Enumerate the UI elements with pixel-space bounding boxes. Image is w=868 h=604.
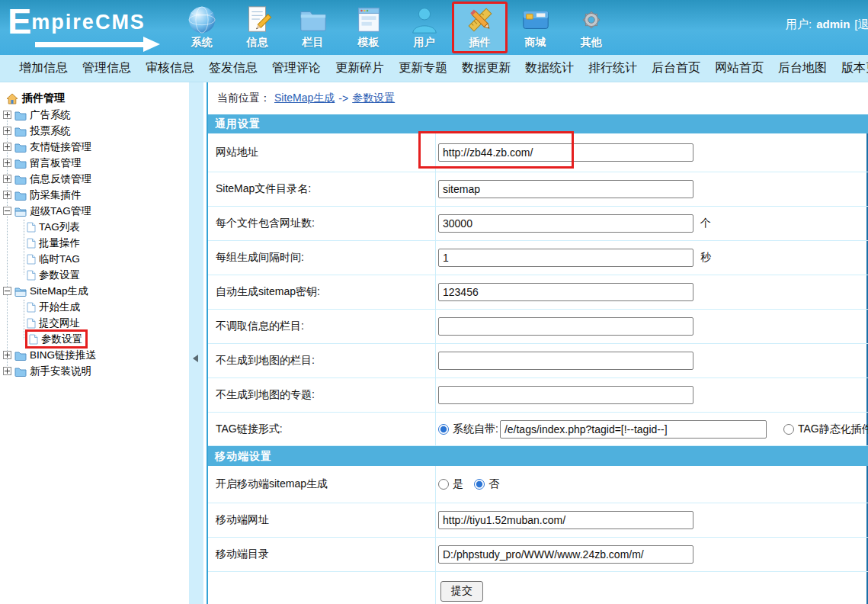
menu-item-template[interactable]: 模板 [341, 2, 396, 53]
mobile-yes-radio[interactable] [438, 479, 449, 490]
logo-arrow-head [143, 37, 160, 52]
tree-item-label: 投票系统 [30, 124, 71, 138]
tree-item-guestbook[interactable]: 留言板管理 [0, 155, 189, 171]
breadcrumb-link-params[interactable]: 参数设置 [352, 92, 395, 105]
menu-item-label: 其他 [581, 36, 602, 50]
tree-item-tag-list[interactable]: TAG列表 [0, 219, 189, 235]
menu-item-other[interactable]: 其他 [563, 2, 619, 53]
interval-input[interactable] [438, 249, 693, 267]
folder-icon [14, 174, 27, 185]
menu-item-info[interactable]: 信息 [229, 2, 285, 53]
nav-item-update-topics[interactable]: 更新专题 [399, 60, 447, 76]
urls-per-file-input[interactable] [438, 214, 693, 233]
mobile-no-radio[interactable] [474, 479, 485, 490]
tree-item-bing-push[interactable]: BING链接推送 [0, 347, 189, 363]
user-info: 用户:admin[退出] [786, 18, 868, 32]
nav-item-sign-info[interactable]: 签发信息 [209, 60, 258, 76]
secondary-nav: 增加信息 管理信息 审核信息 签发信息 管理评论 更新碎片 更新专题 数据更新 … [0, 55, 868, 82]
sidebar-splitter[interactable] [189, 82, 203, 604]
menu-item-label: 用户 [414, 36, 435, 50]
expand-icon[interactable] [3, 111, 11, 119]
tree-item-ads[interactable]: 广告系统 [0, 107, 189, 123]
menu-item-label: 信息 [247, 36, 268, 50]
username: admin [816, 18, 850, 31]
nav-item-data-stats[interactable]: 数据统计 [525, 60, 574, 76]
form-row-sitemap-dir: SiteMap文件目录名: [208, 172, 868, 207]
tree-item-sitemap[interactable]: SiteMap生成 [0, 283, 189, 299]
tree-item-anti-collect[interactable]: 防采集插件 [0, 187, 189, 203]
expand-icon[interactable] [3, 159, 11, 167]
file-icon [27, 238, 36, 249]
expand-icon[interactable] [3, 143, 11, 151]
file-icon [27, 270, 36, 281]
nav-item-ranking-stats[interactable]: 排行统计 [588, 60, 637, 76]
field-label: 自动生成sitemap密钥: [208, 275, 436, 309]
nav-item-update-data[interactable]: 数据更新 [462, 60, 511, 76]
nav-item-manage-comments[interactable]: 管理评论 [272, 60, 321, 76]
exclude-map-columns-input[interactable] [438, 352, 693, 370]
tree-item-super-tag[interactable]: 超级TAG管理 [0, 203, 189, 219]
folder-icon [298, 5, 328, 35]
secret-key-input[interactable] [438, 283, 693, 301]
nav-item-admin-map[interactable]: 后台地图 [778, 60, 827, 76]
nav-item-add-info[interactable]: 增加信息 [19, 60, 68, 76]
expand-icon[interactable] [3, 127, 11, 135]
field-label: 不调取信息的栏目: [208, 310, 436, 343]
unit-label: 个 [700, 217, 711, 230]
expand-icon[interactable] [3, 175, 11, 183]
tag-url-format-input[interactable] [500, 420, 767, 439]
logo-arrow [35, 42, 143, 47]
mobile-url-input[interactable] [438, 511, 693, 529]
nav-item-manage-info[interactable]: 管理信息 [82, 60, 131, 76]
menu-item-system[interactable]: 系统 [174, 2, 229, 53]
submit-button[interactable]: 提交 [440, 581, 483, 602]
tree-item-install-guide[interactable]: 新手安装说明 [0, 363, 189, 379]
nav-item-admin-home[interactable]: 后台首页 [652, 60, 700, 76]
nav-item-review-info[interactable]: 审核信息 [146, 60, 194, 76]
site-url-input[interactable] [438, 143, 693, 162]
tree-item-batch-ops[interactable]: 批量操作 [0, 235, 189, 251]
collapse-sidebar-icon[interactable] [193, 355, 198, 362]
tag-static-radio[interactable] [783, 424, 794, 435]
tree-item-friend-links[interactable]: 友情链接管理 [0, 139, 189, 155]
collapse-icon[interactable] [3, 207, 11, 215]
tree-item-temp-tag[interactable]: 临时TAG [0, 251, 189, 267]
nav-item-site-home[interactable]: 网站首页 [715, 60, 764, 76]
field-label [208, 572, 436, 604]
user-icon [409, 5, 440, 35]
mobile-dir-input[interactable] [438, 545, 693, 564]
tree-item-sitemap-params[interactable]: 参数设置 [0, 331, 189, 347]
logout-link[interactable]: [退出] [854, 18, 868, 31]
tree-item-vote[interactable]: 投票系统 [0, 123, 189, 139]
field-label: 每组生成间隔时间: [208, 241, 436, 275]
breadcrumb-link-sitemap[interactable]: SiteMap生成 [274, 92, 335, 105]
sidebar: 插件管理 广告系统 投票系统 友情链接管理 留言板管理 信息反馈管理 [0, 82, 189, 604]
tree-item-feedback[interactable]: 信息反馈管理 [0, 171, 189, 187]
expand-icon[interactable] [3, 351, 11, 359]
nav-item-version-update[interactable]: 版本更新 [841, 60, 868, 76]
tree-item-tag-params[interactable]: 参数设置 [0, 267, 189, 283]
menu-item-plugins[interactable]: 插件 [452, 2, 508, 53]
tree-item-submit-url[interactable]: 提交网址 [0, 315, 189, 331]
form-row-mobile-dir: 移动端目录 [208, 538, 868, 572]
tree-item-start-generate[interactable]: 开始生成 [0, 299, 189, 315]
expand-icon[interactable] [3, 191, 11, 199]
menu-item-users[interactable]: 用户 [396, 2, 452, 53]
field-label: 移动端网址 [208, 503, 436, 537]
tree-item-label: 参数设置 [41, 333, 82, 346]
app-header: EmpireCMS 系统 信息 [0, 0, 868, 55]
plugin-icon [465, 5, 495, 35]
collapse-icon[interactable] [3, 287, 11, 295]
tree-item-label: SiteMap生成 [30, 284, 88, 298]
exclude-map-topics-input[interactable] [438, 386, 693, 404]
tag-system-radio[interactable] [438, 424, 449, 435]
field-label: 移动端目录 [208, 538, 436, 571]
nav-item-update-fragments[interactable]: 更新碎片 [335, 60, 384, 76]
exclude-info-columns-input[interactable] [438, 317, 693, 336]
radio-label: 系统自带: [453, 422, 498, 436]
menu-item-mall[interactable]: 商城 [508, 2, 563, 53]
file-icon [29, 334, 38, 345]
menu-item-columns[interactable]: 栏目 [285, 2, 341, 53]
sitemap-dir-input[interactable] [438, 180, 693, 198]
expand-icon[interactable] [3, 367, 11, 375]
